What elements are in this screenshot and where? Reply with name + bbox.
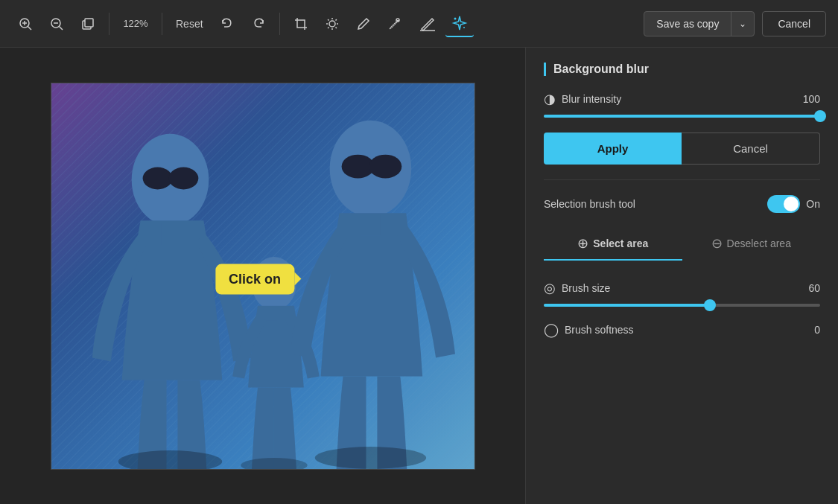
svg-line-1 (28, 26, 32, 30)
save-as-copy-label: Save as copy (644, 12, 731, 36)
svg-point-21 (463, 27, 465, 28)
brush-button[interactable] (381, 12, 408, 36)
svg-line-16 (335, 19, 336, 20)
selection-brush-row: Selection brush tool On (544, 195, 820, 213)
deselect-area-button[interactable]: ⊖ Deselect area (682, 228, 821, 261)
svg-line-17 (328, 27, 328, 28)
separator-1 (544, 179, 820, 180)
blur-intensity-value: 100 (803, 93, 820, 105)
brush-softness-icon: ◯ (544, 322, 559, 338)
toggle-on-label: On (806, 198, 820, 210)
pen-button[interactable] (350, 12, 377, 36)
main-area: Click on Background blur ◑ Blur intensit… (0, 48, 838, 504)
blur-icon: ◑ (544, 91, 556, 107)
apply-button[interactable]: Apply (544, 133, 682, 165)
right-panel: Background blur ◑ Blur intensity 100 App… (525, 48, 838, 504)
toolbar-actions: Save as copy ⌄ Cancel (644, 11, 826, 36)
svg-rect-8 (85, 19, 93, 27)
tooltip-text: Click on (229, 271, 281, 286)
selection-brush-label: Selection brush tool (544, 198, 635, 210)
brush-size-label: ◎ Brush size (544, 280, 610, 296)
cancel-panel-button[interactable]: Cancel (682, 133, 820, 165)
brush-softness-label: ◯ Brush softness (544, 322, 634, 338)
brush-size-slider[interactable] (544, 304, 820, 307)
toolbar: 122% Reset Save as copy ⌄ (0, 0, 838, 48)
reset-button[interactable]: Reset (170, 15, 209, 33)
circle-minus-icon: ⊖ (711, 235, 723, 252)
chevron-down-icon[interactable]: ⌄ (731, 13, 754, 35)
toggle-right: On (767, 195, 820, 213)
toggle-knob (784, 197, 799, 211)
zoom-in-button[interactable] (12, 12, 39, 36)
divider-2 (162, 13, 162, 35)
selection-brush-toggle[interactable] (767, 195, 800, 213)
svg-point-20 (454, 17, 456, 19)
brush-softness-value: 0 (814, 324, 820, 336)
zoom-out-button[interactable] (43, 12, 70, 36)
toolbar-tools: 122% Reset (12, 10, 638, 37)
divider-3 (279, 13, 280, 35)
select-deselect-row: ⊕ Select area ⊖ Deselect area (544, 228, 820, 261)
erase-button[interactable] (413, 11, 441, 36)
panel-title: Background blur (544, 63, 820, 76)
svg-line-14 (328, 19, 328, 20)
svg-point-9 (329, 21, 335, 27)
brightness-button[interactable] (319, 12, 346, 36)
save-as-copy-button[interactable]: Save as copy ⌄ (644, 11, 755, 36)
canvas-area[interactable]: Click on (0, 48, 525, 504)
image-container: Click on (51, 83, 475, 470)
duplicate-button[interactable] (74, 12, 101, 36)
tooltip-bubble: Click on (215, 264, 294, 294)
svg-line-5 (60, 26, 63, 30)
redo-button[interactable] (245, 12, 272, 36)
zoom-value: 122% (117, 15, 154, 32)
divider-1 (109, 13, 109, 35)
brush-softness-row: ◯ Brush softness 0 (544, 322, 820, 338)
sparkle-button[interactable] (445, 10, 474, 37)
blur-intensity-label: ◑ Blur intensity (544, 91, 621, 107)
apply-cancel-row: Apply Cancel (544, 133, 820, 165)
brush-size-value: 60 (808, 282, 820, 294)
circle-plus-icon: ⊕ (577, 235, 588, 252)
panel-content: Background blur ◑ Blur intensity 100 App… (526, 48, 838, 360)
svg-line-15 (335, 27, 336, 28)
blur-intensity-row: ◑ Blur intensity 100 (544, 91, 820, 107)
undo-button[interactable] (214, 12, 241, 36)
blur-intensity-slider[interactable] (544, 115, 820, 118)
crop-button[interactable] (288, 12, 314, 36)
select-area-button[interactable]: ⊕ Select area (544, 228, 682, 261)
brush-size-row: ◎ Brush size 60 (544, 280, 820, 296)
brush-size-icon: ◎ (544, 280, 556, 296)
cancel-top-button[interactable]: Cancel (762, 11, 826, 36)
